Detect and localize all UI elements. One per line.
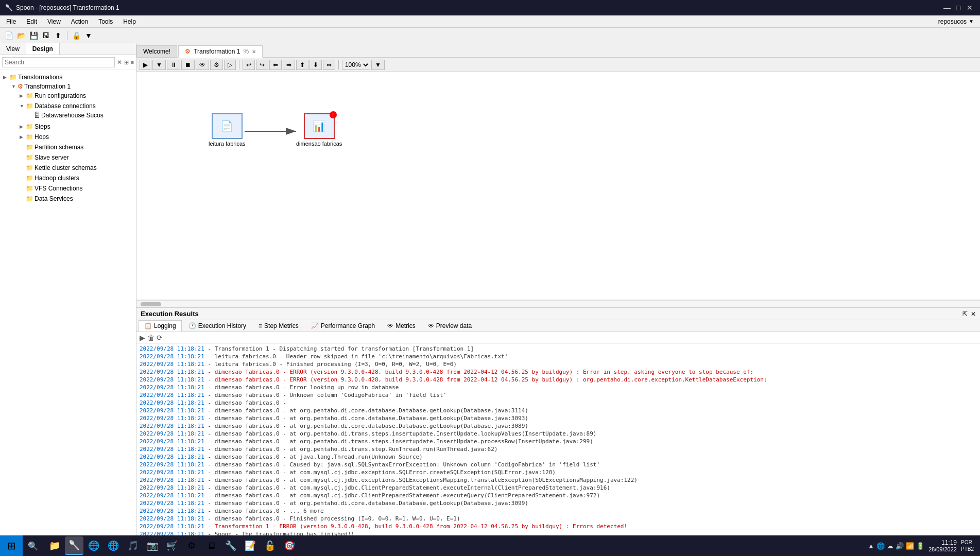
tab-transformation1-close[interactable]: ✕: [252, 49, 256, 55]
search-options-button[interactable]: ⊞: [124, 59, 129, 66]
log-text: - dimensao fabricas.0 - Unknown column '…: [204, 392, 446, 398]
step-leitura-box[interactable]: 📄: [212, 113, 243, 139]
taskbar-app-unlock[interactable]: 🔓: [261, 536, 279, 555]
result-tab-execution-history[interactable]: 🕐 Execution History: [183, 320, 252, 332]
toolbar-export[interactable]: ⬆: [53, 30, 64, 41]
taskbar-app-music[interactable]: 🎵: [124, 536, 142, 555]
tree-kettle-cluster[interactable]: 📁 Kettle cluster schemas: [19, 163, 134, 173]
tree-transformation1[interactable]: ▼ ⚙ Transformation 1 ▶ 📁 Run configurati…: [10, 81, 134, 205]
taskbar-app-chrome[interactable]: 🌐: [84, 536, 103, 555]
taskbar-app-vscode[interactable]: 📝: [241, 536, 260, 555]
tree-transformations[interactable]: ▶ 📁 Transformations ▼ ⚙ Transformation 1: [2, 72, 134, 206]
tray-volume-icon[interactable]: 🔊: [896, 542, 904, 550]
tree-hadoop-clusters[interactable]: 📁 Hadoop clusters: [19, 173, 134, 183]
align-bottom[interactable]: ⬇: [310, 60, 322, 70]
tree-run-configs[interactable]: ▶ 📁 Run configurations: [19, 91, 134, 101]
align-top[interactable]: ⬆: [296, 60, 308, 70]
toolbar-new[interactable]: 📄: [3, 30, 14, 41]
search-input[interactable]: [2, 57, 115, 67]
start-button[interactable]: ⊞: [0, 535, 23, 556]
tree-partition-schemas[interactable]: 📁 Partition schemas: [19, 142, 134, 152]
taskbar-app-terminal[interactable]: 🖥: [202, 536, 220, 555]
tree-vfs-connections[interactable]: 📁 VFS Connections: [19, 183, 134, 194]
tab-welcome[interactable]: Welcome!: [136, 45, 177, 57]
step-canvas[interactable]: 📄 leitura fabricas 📊 ! dimensao fabricas: [136, 72, 980, 300]
menu-help[interactable]: Help: [119, 17, 140, 26]
stop-button[interactable]: ⏹: [181, 60, 195, 70]
taskbar-app-spoon[interactable]: 🥄: [65, 536, 83, 555]
redo-button[interactable]: ↪: [256, 60, 268, 70]
toolbar-saveas[interactable]: 🖫: [40, 30, 51, 41]
tab-transformation1[interactable]: ⚙ Transformation 1 % ✕: [178, 45, 263, 58]
tray-network-icon[interactable]: 🌐: [876, 542, 885, 550]
pause-button[interactable]: ⏸: [167, 60, 180, 70]
menu-action[interactable]: Action: [67, 17, 92, 26]
tray-arrow-icon[interactable]: ▲: [868, 542, 874, 550]
result-tab-step-metrics[interactable]: ≡ Step Metrics: [253, 320, 304, 332]
step-leitura-fabricas[interactable]: 📄 leitura fabricas: [209, 113, 246, 147]
taskbar-app-edge[interactable]: 🌐: [104, 536, 123, 555]
tree-dw-sucos[interactable]: 🗄 Datawarehouse Sucos: [27, 110, 134, 120]
undo-button[interactable]: ↩: [243, 60, 255, 70]
result-tab-logging[interactable]: 📋 Logging: [139, 320, 182, 332]
toolbar-repo[interactable]: 🔒: [71, 30, 82, 41]
tray-cloud-icon[interactable]: ☁: [887, 542, 893, 550]
results-close-button[interactable]: ✕: [971, 310, 976, 318]
taskbar-app-settings[interactable]: ⚙: [182, 536, 201, 555]
maximize-button[interactable]: □: [953, 3, 964, 13]
sidebar-tab-view[interactable]: View: [0, 43, 26, 55]
log-play-button[interactable]: ▶: [140, 334, 145, 342]
account-name[interactable]: reposucos: [938, 18, 967, 25]
search-filter-button[interactable]: ≡: [131, 59, 134, 65]
toolbar-save[interactable]: 💾: [28, 30, 39, 41]
result-tab-preview[interactable]: 👁 Preview data: [422, 320, 477, 332]
run-button[interactable]: ▶: [140, 60, 151, 70]
inject-button[interactable]: ▷: [224, 60, 236, 70]
clock-area[interactable]: 11:19 28/09/2022: [929, 539, 957, 552]
tree-hops[interactable]: ▶ 📁 Hops: [19, 132, 134, 142]
close-button[interactable]: ✕: [965, 3, 975, 13]
distribute-h[interactable]: ⇔: [323, 60, 335, 70]
menu-edit[interactable]: Edit: [22, 17, 41, 26]
sidebar-tab-design[interactable]: Design: [26, 43, 60, 55]
step-dimensao-box[interactable]: 📊 !: [304, 113, 335, 139]
menu-view[interactable]: View: [43, 17, 65, 26]
taskbar-app-photos[interactable]: 📷: [143, 536, 162, 555]
menu-tools[interactable]: Tools: [94, 17, 117, 26]
menu-file[interactable]: File: [2, 17, 20, 26]
zoom-dropdown[interactable]: ▼: [371, 60, 385, 70]
minimize-button[interactable]: —: [942, 3, 952, 13]
run-dropdown[interactable]: ▼: [152, 60, 166, 70]
result-tab-perf-graph[interactable]: 📈 Performance Graph: [305, 320, 381, 332]
align-left[interactable]: ⬅: [269, 60, 282, 70]
taskbar-app-store[interactable]: 🛒: [163, 536, 181, 555]
expand-transformation1[interactable]: ▼: [11, 84, 16, 89]
taskbar-app-game[interactable]: 🎯: [280, 536, 299, 555]
result-tab-metrics[interactable]: 👁 Metrics: [382, 320, 421, 332]
tree-db-connections[interactable]: ▼ 📁 Database connections 🗄: [19, 101, 134, 121]
canvas-hscroll[interactable]: [136, 300, 980, 307]
taskbar-app-file-explorer[interactable]: 📁: [45, 536, 64, 555]
tree-slave-server[interactable]: 📁 Slave server: [19, 152, 134, 163]
align-right[interactable]: ➡: [283, 60, 295, 70]
preview-button[interactable]: 👁: [196, 60, 209, 70]
zoom-select[interactable]: 100% 50% 75% 125% 150% 200%: [342, 60, 370, 70]
toolbar-dropdown[interactable]: ▼: [83, 30, 94, 41]
tray-battery-icon[interactable]: 🔋: [916, 542, 924, 550]
taskbar-app-intellij[interactable]: 🔧: [221, 536, 240, 555]
hscroll-thumb[interactable]: [141, 302, 161, 306]
log-refresh-button[interactable]: ⟳: [157, 334, 163, 342]
tree-steps[interactable]: ▶ 📁 Steps: [19, 121, 134, 132]
settings-button[interactable]: ⚙: [210, 60, 223, 70]
log-content[interactable]: 2022/09/28 11:18:21 - Transformation 1 -…: [136, 344, 980, 535]
results-expand-button[interactable]: ⇱: [962, 310, 968, 318]
tree-data-services[interactable]: 📁 Data Services: [19, 194, 134, 204]
log-clear-button[interactable]: 🗑: [147, 334, 154, 342]
search-clear-button[interactable]: ✕: [117, 59, 122, 66]
step-dimensao-fabricas[interactable]: 📊 ! dimensao fabricas: [296, 113, 342, 147]
expand-transformations[interactable]: ▶: [3, 75, 8, 80]
account-dropdown-icon[interactable]: ▼: [969, 19, 974, 24]
tray-wifi-icon[interactable]: 📶: [906, 542, 914, 550]
toolbar-open[interactable]: 📂: [15, 30, 27, 41]
taskbar-search-button[interactable]: 🔍: [23, 535, 43, 556]
